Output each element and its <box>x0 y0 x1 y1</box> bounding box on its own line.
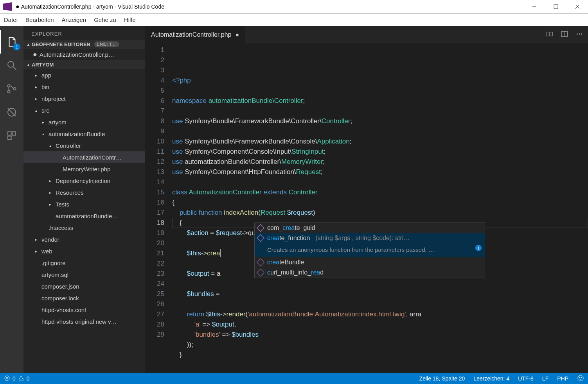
tree-item[interactable]: ▸composer.json <box>23 280 145 292</box>
svg-rect-15 <box>550 32 553 36</box>
activity-extensions[interactable] <box>0 124 23 147</box>
autocomplete-item-selected[interactable]: create_function (string $args , string $… <box>255 233 485 243</box>
tree-item[interactable]: ▸AutomatizationContr… <box>23 151 145 163</box>
title-project: artyom <box>96 4 113 10</box>
menu-file[interactable]: Datei <box>4 16 18 23</box>
tree-item[interactable]: ▸.htaccess <box>23 222 145 233</box>
svg-point-4 <box>8 61 14 67</box>
info-icon[interactable]: i <box>475 245 482 251</box>
tree-item-label: src <box>41 107 49 114</box>
tree-item-label: nbproject <box>41 95 66 102</box>
symbol-method-icon <box>257 258 264 266</box>
chevron-right-icon: ▸ <box>35 85 40 89</box>
close-window-button[interactable] <box>566 0 588 14</box>
warnings-icon[interactable] <box>18 375 24 382</box>
open-editor-item[interactable]: ● AutomatizationController.p… <box>23 49 145 60</box>
tree-item[interactable]: ▴src <box>23 104 145 116</box>
tree-item[interactable]: ▸Tests <box>23 198 145 210</box>
tree-item-label: Controller <box>56 142 81 149</box>
maximize-button[interactable] <box>545 0 566 14</box>
status-language[interactable]: PHP <box>557 375 568 382</box>
svg-point-6 <box>7 84 10 87</box>
tab-bar: AutomatizationController.php ● <box>145 26 588 43</box>
svg-point-24 <box>578 375 583 380</box>
tree-item-label: Resources <box>56 189 84 196</box>
tree-item[interactable]: ▸MemoryWriter.php <box>23 163 145 175</box>
more-actions-icon[interactable] <box>575 30 583 39</box>
tree-item-label: web <box>41 248 52 255</box>
code-content[interactable]: <?phpnamespace automatizationBundle\Cont… <box>172 43 588 373</box>
activity-explorer[interactable]: 1 <box>0 30 23 54</box>
vs-logo-icon <box>3 2 12 11</box>
chevron-right-icon: ▸ <box>49 179 54 183</box>
svg-rect-12 <box>12 132 16 135</box>
minimize-button[interactable] <box>523 0 545 14</box>
tree-item-label: artyom.sql <box>41 271 68 278</box>
tree-item[interactable]: ▸.gitignore <box>23 257 145 269</box>
section-open-editors[interactable]: ▴ GEÖFFNETE EDITOREN 1 NICHT … <box>23 40 145 49</box>
tree-item[interactable]: ▸automatizationBundle… <box>23 210 145 222</box>
menu-view[interactable]: Anzeigen <box>62 16 86 23</box>
compare-changes-icon[interactable] <box>546 30 554 39</box>
errors-icon[interactable] <box>4 375 10 382</box>
symbol-method-icon <box>257 234 264 242</box>
tree-item-label: bin <box>41 84 49 90</box>
title-file: AutomatizationController.php <box>21 4 92 10</box>
svg-rect-1 <box>554 5 558 9</box>
tree-item[interactable]: ▸vendor <box>23 233 145 245</box>
tree-item[interactable]: ▸artyom <box>23 116 145 128</box>
warnings-count[interactable]: 0 <box>27 375 30 382</box>
tree-item[interactable]: ▸composer.lock <box>23 292 145 304</box>
autocomplete-item[interactable]: createBundle <box>255 257 485 267</box>
tree-item[interactable]: ▸httpd-vhosts.conf <box>23 304 145 316</box>
status-eol[interactable]: LF <box>542 375 548 382</box>
dirty-dot-icon: ● <box>33 50 37 59</box>
status-cursor-pos[interactable]: Zeile 18, Spalte 20 <box>419 375 465 382</box>
tree-item-label: app <box>41 72 51 79</box>
menu-bar: Datei Bearbeiten Anzeigen Gehe zu Hilfe <box>0 14 588 26</box>
menu-help[interactable]: Hilfe <box>124 16 136 23</box>
status-encoding[interactable]: UTF-8 <box>518 375 534 382</box>
svg-point-18 <box>577 34 578 35</box>
tree-item[interactable]: ▸web <box>23 245 145 257</box>
code-editor[interactable]: 1234567891011121314151617181920212223242… <box>145 43 588 373</box>
tree-item[interactable]: ▴automatizationBundle <box>23 128 145 140</box>
tree-item-label: AutomatizationContr… <box>63 154 122 161</box>
svg-point-25 <box>579 377 580 378</box>
errors-count[interactable]: 0 <box>13 375 16 382</box>
chevron-down-icon: ▴ <box>49 144 54 148</box>
unsaved-badge: 1 NICHT … <box>94 41 119 47</box>
menu-edit[interactable]: Bearbeiten <box>25 16 54 23</box>
tab-active[interactable]: AutomatizationController.php ● <box>145 26 246 43</box>
chevron-right-icon: ▸ <box>35 237 40 242</box>
status-indent[interactable]: Leerzeichen: 4 <box>473 375 509 382</box>
section-open-editors-label: GEÖFFNETE EDITOREN <box>32 41 90 47</box>
section-workspace[interactable]: ▴ ARTYOM <box>23 60 145 69</box>
tree-item[interactable]: ▸artyom.sql <box>23 269 145 280</box>
tree-item[interactable]: ▸Resources <box>23 187 145 198</box>
activity-scm[interactable] <box>0 77 23 100</box>
chevron-right-icon: ▸ <box>35 73 40 77</box>
editor-area: AutomatizationController.php ● 123456789… <box>145 26 588 373</box>
autocomplete-item[interactable]: com_create_guid <box>255 223 485 233</box>
activity-search[interactable] <box>0 54 23 77</box>
symbol-method-icon <box>257 269 264 276</box>
tree-item[interactable]: ▴Controller <box>23 140 145 151</box>
svg-point-20 <box>581 34 583 35</box>
symbol-method-icon <box>257 224 264 232</box>
tree-item[interactable]: ▸app <box>23 69 145 81</box>
menu-goto[interactable]: Gehe zu <box>94 16 116 23</box>
svg-point-8 <box>13 88 16 90</box>
tree-item[interactable]: ▸nbproject <box>23 93 145 104</box>
activity-debug[interactable] <box>0 100 23 124</box>
split-editor-icon[interactable] <box>561 30 568 39</box>
tree-item[interactable]: ▸bin <box>23 81 145 93</box>
tree-item[interactable]: ▸httpd-vhosts original new v… <box>23 316 145 327</box>
autocomplete-description: Creates an anonymous function from the p… <box>255 243 485 257</box>
tree-item[interactable]: ▸DependencyInjection <box>23 175 145 187</box>
open-editor-label: AutomatizationController.p… <box>40 51 114 58</box>
autocomplete-item[interactable]: curl_multi_info_read <box>255 267 485 278</box>
title-app: Visual Studio Code <box>118 4 164 10</box>
feedback-icon[interactable] <box>577 375 584 383</box>
tree-item-label: httpd-vhosts original new v… <box>41 318 117 325</box>
